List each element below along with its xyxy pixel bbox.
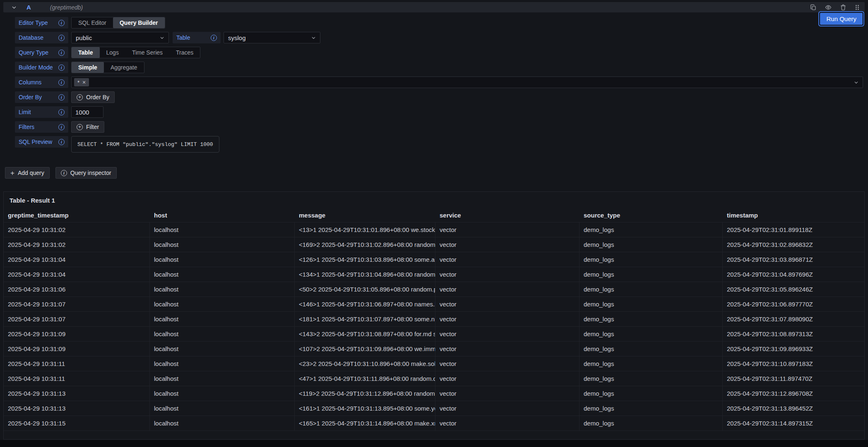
table-cell: localhost — [150, 371, 295, 386]
query-type-label: Query Type i — [15, 47, 68, 58]
order-by-row: Order By i + Order By — [15, 91, 863, 103]
limit-row: Limit i — [15, 106, 863, 118]
table-cell: 2025-04-29 10:31:09 — [4, 341, 150, 356]
table-row: 2025-04-29 10:31:02localhost<169>2 2025-… — [4, 237, 864, 252]
query-builder-form: Editor Type i SQL Editor Query Builder D… — [15, 17, 863, 156]
query-type-option-time-series[interactable]: Time Series — [125, 47, 169, 58]
info-icon[interactable]: i — [58, 35, 65, 41]
table-cell: 2025-04-29T02:31:01.899118Z — [723, 222, 864, 237]
query-header-actions — [810, 4, 860, 11]
table-header-row: greptime_timestamp host message service … — [4, 209, 864, 222]
column-header-service[interactable]: service — [435, 209, 579, 222]
add-order-by-button[interactable]: + Order By — [71, 91, 115, 103]
table-cell: vector — [435, 371, 579, 386]
info-icon[interactable]: i — [58, 50, 65, 56]
columns-row: Columns i * × — [15, 76, 863, 88]
columns-multiselect[interactable]: * × — [71, 76, 863, 88]
query-type-option-table[interactable]: Table — [72, 47, 100, 58]
table-cell: <13>1 2025-04-29T10:31:01.896+08:00 we.s… — [295, 222, 435, 237]
duplicate-icon[interactable] — [810, 4, 816, 10]
table-cell: 2025-04-29 10:31:11 — [4, 356, 150, 371]
table-cell: 2025-04-29 10:31:06 — [4, 282, 150, 296]
query-inspector-button[interactable]: i Query inspector — [55, 167, 117, 179]
builder-mode-option-simple[interactable]: Simple — [72, 62, 104, 73]
table-cell: 2025-04-29T02:31:11.897470Z — [723, 371, 864, 386]
info-icon[interactable]: i — [58, 94, 65, 100]
editor-type-group: SQL Editor Query Builder — [71, 17, 165, 29]
table-cell: vector — [435, 341, 579, 356]
info-icon[interactable]: i — [58, 139, 65, 145]
limit-input[interactable] — [71, 106, 103, 118]
table-row: 2025-04-29 10:31:06localhost<50>2 2025-0… — [4, 282, 864, 296]
column-header-message[interactable]: message — [295, 209, 435, 222]
editor-type-option-query-builder[interactable]: Query Builder — [113, 17, 165, 28]
collapse-chevron-icon[interactable] — [12, 5, 17, 10]
hide-eye-icon[interactable] — [825, 4, 832, 11]
filters-label: Filters i — [15, 121, 68, 133]
query-type-option-logs[interactable]: Logs — [100, 47, 125, 58]
table-cell: 2025-04-29T02:31:02.896832Z — [723, 237, 864, 252]
editor-type-label: Editor Type i — [15, 17, 68, 29]
table-cell: 2025-04-29T02:31:09.896933Z — [723, 341, 864, 356]
query-type-option-traces[interactable]: Traces — [169, 47, 200, 58]
column-header-timestamp[interactable]: timestamp — [723, 209, 864, 222]
editor-type-option-sql-editor[interactable]: SQL Editor — [72, 17, 113, 28]
table-cell: 2025-04-29T02:31:08.897313Z — [723, 326, 864, 341]
table-cell: <126>1 2025-04-29T10:31:03.896+08:00 som… — [295, 252, 435, 267]
column-header-host[interactable]: host — [150, 209, 295, 222]
table-cell: vector — [435, 252, 579, 267]
table-cell: demo_logs — [579, 371, 723, 386]
info-circle-icon: i — [61, 170, 67, 176]
datasource-name: (greptimedb) — [50, 4, 83, 11]
editor-type-row: Editor Type i SQL Editor Query Builder — [15, 17, 863, 29]
add-filter-button[interactable]: + Filter — [71, 121, 104, 133]
info-icon[interactable]: i — [58, 124, 65, 130]
table-row: 2025-04-29 10:31:13localhost<161>1 2025-… — [4, 401, 864, 416]
limit-label: Limit i — [15, 106, 68, 118]
table-row: 2025-04-29 10:31:07localhost<146>1 2025-… — [4, 296, 864, 311]
info-icon[interactable]: i — [58, 79, 65, 86]
remove-chip-icon[interactable]: × — [82, 79, 86, 85]
column-header-source-type[interactable]: source_type — [579, 209, 723, 222]
table-cell: vector — [435, 401, 579, 416]
builder-mode-option-aggregate[interactable]: Aggregate — [104, 62, 144, 73]
table-cell: localhost — [150, 401, 295, 416]
table-cell: vector — [435, 326, 579, 341]
table-cell: localhost — [150, 341, 295, 356]
chevron-down-icon — [311, 36, 316, 40]
builder-mode-group: Simple Aggregate — [71, 62, 144, 73]
table-cell: localhost — [150, 222, 295, 237]
table-end-divider — [4, 430, 864, 431]
query-row-header[interactable]: A (greptimedb) — [3, 2, 865, 12]
trash-icon[interactable] — [840, 4, 846, 10]
table-cell: 2025-04-29T02:31:10.897183Z — [723, 356, 864, 371]
table-cell: demo_logs — [579, 311, 723, 326]
table-cell: <181>1 2025-04-29T10:31:07.897+08:00 som… — [295, 311, 435, 326]
order-by-label: Order By i — [15, 91, 68, 103]
info-icon[interactable]: i — [58, 65, 65, 71]
info-icon[interactable]: i — [58, 20, 65, 26]
table-cell: <165>1 2025-04-29T10:31:14.896+08:00 mak… — [295, 416, 435, 430]
table-cell: demo_logs — [579, 296, 723, 311]
drag-handle-icon[interactable] — [855, 5, 860, 10]
table-cell: 2025-04-29T02:31:03.896871Z — [723, 252, 864, 267]
info-icon[interactable]: i — [58, 109, 65, 115]
table-cell: localhost — [150, 326, 295, 341]
table-cell: localhost — [150, 267, 295, 282]
info-icon[interactable]: i — [211, 35, 217, 41]
table-cell: demo_logs — [579, 386, 723, 401]
column-header-greptime-timestamp[interactable]: greptime_timestamp — [4, 209, 150, 222]
table-cell: localhost — [150, 282, 295, 296]
table-cell: <107>2 2025-04-29T10:31:09.896+08:00 we.… — [295, 341, 435, 356]
table-cell: 2025-04-29T02:31:13.896452Z — [723, 401, 864, 416]
table-cell: vector — [435, 296, 579, 311]
table-cell: <169>2 2025-04-29T10:31:02.896+08:00 ran… — [295, 237, 435, 252]
table-cell: 2025-04-29T02:31:12.896708Z — [723, 386, 864, 401]
database-select[interactable]: public — [71, 32, 169, 43]
panel-title: Table - Result 1 — [4, 192, 864, 209]
filters-row: Filters i + Filter — [15, 121, 863, 133]
table-cell: localhost — [150, 311, 295, 326]
add-query-button[interactable]: + Add query — [5, 167, 50, 179]
table-select[interactable]: syslog — [224, 32, 320, 43]
table-cell: demo_logs — [579, 267, 723, 282]
